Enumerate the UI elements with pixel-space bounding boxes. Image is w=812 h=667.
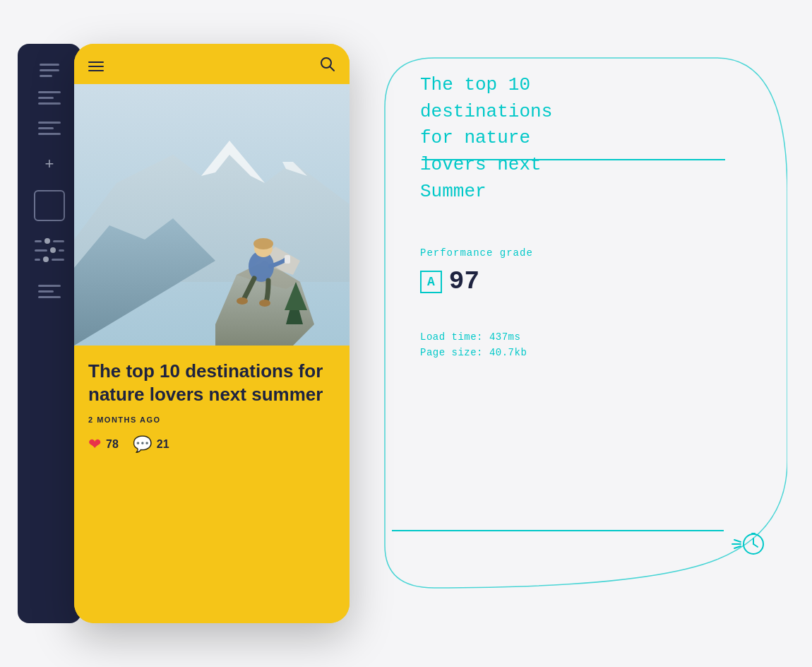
slider-row <box>35 247 64 253</box>
ph-menu-line <box>88 66 104 67</box>
performance-panel: The top 10 destinations for nature lover… <box>378 51 787 602</box>
menu-line <box>40 69 59 71</box>
main-scene: + <box>18 23 794 644</box>
slider-line <box>35 249 47 252</box>
svg-point-10 <box>259 300 270 307</box>
performance-stats: Load time: 437ms Page size: 40.7kb <box>420 331 688 358</box>
sb-line <box>38 296 61 298</box>
phone-menu-icon[interactable] <box>88 61 104 71</box>
phone-content-area: The top 10 destinations for nature lover… <box>74 346 350 623</box>
sidebar-hline <box>38 122 61 124</box>
slider-line <box>35 259 40 261</box>
article-title-right: The top 10 destinations for nature lover… <box>420 72 688 205</box>
svg-line-16 <box>734 546 741 548</box>
slider-line <box>53 240 64 242</box>
comments-stat: 💬 21 <box>133 435 169 454</box>
performance-content: The top 10 destinations for nature lover… <box>420 72 688 358</box>
svg-point-8 <box>253 238 273 249</box>
sidebar-box <box>34 190 65 221</box>
sb-line <box>38 285 61 287</box>
article-image <box>74 84 350 346</box>
sliders-icon[interactable] <box>35 238 64 262</box>
phone-header <box>74 44 350 84</box>
search-icon[interactable] <box>320 57 335 76</box>
likes-count: 78 <box>106 438 119 451</box>
slider-dot <box>43 256 49 262</box>
svg-rect-20 <box>751 533 756 535</box>
ph-menu-line <box>88 70 104 71</box>
timer-icon <box>731 524 766 560</box>
article-stats-row: ❤ 78 💬 21 <box>88 435 335 454</box>
sidebar-lines-group-2 <box>38 122 61 135</box>
slider-dot <box>50 247 56 253</box>
performance-grade-row: A 97 <box>420 267 688 296</box>
svg-point-9 <box>237 297 248 305</box>
sidebar-menu-icon[interactable] <box>40 64 59 77</box>
sb-line <box>38 290 54 293</box>
svg-rect-11 <box>285 255 290 264</box>
menu-line <box>40 75 52 77</box>
slider-dot <box>44 238 50 244</box>
sidebar-lines-group <box>38 91 61 105</box>
sidebar-bottom-lines <box>38 285 61 298</box>
article-title-phone: The top 10 destinations for nature lover… <box>88 360 335 406</box>
likes-stat: ❤ 78 <box>88 435 119 454</box>
ph-menu-line <box>88 61 104 63</box>
menu-line <box>40 64 59 66</box>
sidebar-hline <box>38 102 61 105</box>
sidebar: + <box>18 44 81 623</box>
sidebar-hline <box>38 97 54 99</box>
sidebar-section-2 <box>38 122 61 135</box>
load-time-stat: Load time: 437ms <box>420 331 688 343</box>
add-icon[interactable]: + <box>45 155 54 173</box>
comment-icon: 💬 <box>133 435 152 454</box>
svg-line-19 <box>753 544 758 547</box>
slider-row <box>35 256 64 262</box>
sidebar-hline <box>38 133 61 135</box>
grade-letter-box: A <box>420 271 442 293</box>
svg-line-1 <box>330 67 335 71</box>
phone-device: The top 10 destinations for nature lover… <box>74 44 350 623</box>
sidebar-hline <box>38 127 54 129</box>
svg-line-15 <box>734 540 741 542</box>
sidebar-hline <box>38 91 61 93</box>
connector-line-bottom <box>392 530 724 531</box>
article-date: 2 MONTHS AGO <box>88 415 335 424</box>
slider-row <box>35 238 64 244</box>
slider-line <box>52 259 64 261</box>
sidebar-section-1 <box>38 91 61 105</box>
slider-line <box>59 249 64 252</box>
comments-count: 21 <box>157 438 169 451</box>
grade-score: 97 <box>449 267 479 296</box>
connector-line-top <box>422 159 725 160</box>
slider-line <box>35 240 42 242</box>
performance-grade-label: Performance grade <box>420 247 688 259</box>
phone-mockup: The top 10 destinations for nature lover… <box>74 44 350 623</box>
page-size-stat: Page size: 40.7kb <box>420 347 688 358</box>
heart-icon: ❤ <box>88 435 101 454</box>
